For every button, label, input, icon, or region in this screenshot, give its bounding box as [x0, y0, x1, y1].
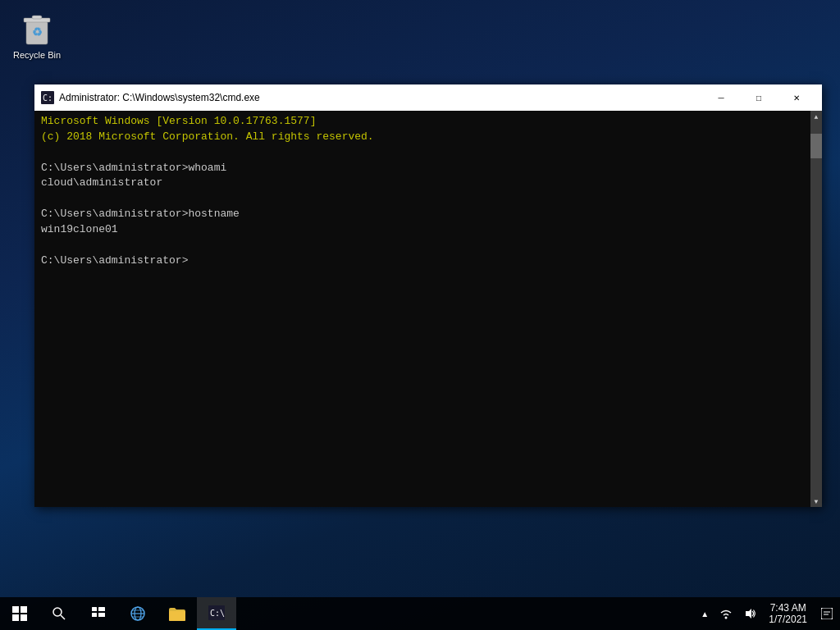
minimize-button[interactable]: ─ [702, 84, 740, 111]
svg-rect-9 [21, 614, 27, 621]
task-view-button[interactable] [79, 597, 118, 630]
ie-button[interactable] [118, 597, 158, 630]
network-icon-tray[interactable] [714, 597, 737, 630]
cmd-line: (c) 2018 Microsoft Corporation. All righ… [41, 130, 802, 145]
svg-line-11 [61, 615, 65, 619]
tray-chevron[interactable]: ▲ [696, 597, 713, 630]
svg-rect-2 [32, 16, 42, 19]
cmd-title-text: Administrator: C:\Windows\system32\cmd.e… [59, 92, 702, 103]
cmd-line [41, 145, 802, 161]
notification-icon [821, 608, 833, 619]
cmd-line: C:\Users\administrator>hostname [41, 207, 802, 222]
svg-rect-7 [21, 606, 27, 613]
svg-text:♻: ♻ [32, 25, 43, 39]
scroll-down-arrow[interactable]: ▼ [810, 495, 822, 507]
close-button[interactable]: ✕ [778, 84, 815, 111]
cmd-taskbar-button[interactable]: C:\ [197, 597, 236, 630]
svg-rect-8 [12, 614, 19, 621]
folder-icon [169, 606, 185, 621]
taskbar-clock[interactable]: 7:43 AM 1/7/2021 [762, 597, 814, 630]
svg-point-24 [725, 617, 728, 619]
svg-rect-12 [92, 607, 97, 611]
cmd-content: Microsoft Windows [Version 10.0.17763.15… [41, 114, 815, 268]
cmd-scrollbar[interactable]: ▲ ▼ [810, 111, 822, 507]
cmd-line: win19clone01 [41, 222, 802, 238]
cmd-titlebar-icon: C: [41, 91, 54, 104]
cmd-line: Microsoft Windows [Version 10.0.17763.15… [41, 114, 802, 130]
cmd-window: C: Administrator: C:\Windows\system32\cm… [34, 84, 822, 507]
svg-marker-25 [746, 609, 751, 619]
search-button[interactable] [39, 597, 79, 630]
recycle-bin-label: Recycle Bin [13, 49, 61, 61]
cmd-line [41, 238, 802, 253]
start-button[interactable] [0, 597, 39, 630]
recycle-bin-svg: ♻ [21, 10, 53, 46]
file-explorer-button[interactable] [158, 597, 197, 630]
recycle-bin-icon[interactable]: ♻ Recycle Bin [8, 7, 66, 64]
titlebar-buttons: ─ □ ✕ [702, 84, 815, 111]
search-icon [52, 607, 66, 620]
network-icon [719, 608, 733, 619]
scroll-up-arrow[interactable]: ▲ [810, 111, 822, 122]
svg-rect-15 [98, 613, 105, 617]
task-view-icon [92, 607, 105, 620]
ie-icon [130, 605, 146, 622]
cmd-line: cloud\administrator [41, 176, 802, 191]
system-tray: ▲ [696, 597, 762, 630]
cmd-line: C:\Users\administrator>whoami [41, 161, 802, 176]
svg-text:C:\: C:\ [210, 609, 225, 618]
cmd-line: C:\Users\administrator> [41, 253, 802, 269]
svg-point-10 [53, 608, 62, 616]
sound-icon [745, 608, 756, 619]
cmd-titlebar: C: Administrator: C:\Windows\system32\cm… [34, 84, 822, 111]
cmd-taskbar-icon: C:\ [208, 605, 225, 620]
clock-time: 7:43 AM [770, 602, 806, 614]
clock-date: 1/7/2021 [769, 614, 807, 625]
cmd-line [41, 191, 802, 207]
svg-rect-21 [169, 611, 185, 621]
svg-rect-14 [92, 613, 97, 617]
svg-rect-26 [821, 608, 833, 619]
svg-rect-13 [98, 607, 105, 611]
desktop: ♻ Recycle Bin C: Administrator: C:\Windo… [0, 0, 840, 597]
taskbar: C:\ ▲ 7:43 AM 1/7/2021 [0, 597, 840, 630]
windows-icon [12, 606, 27, 621]
svg-rect-6 [12, 606, 19, 613]
svg-text:C:: C: [43, 94, 52, 103]
sound-icon-tray[interactable] [739, 597, 762, 630]
maximize-button[interactable]: □ [740, 84, 778, 111]
cmd-body[interactable]: Microsoft Windows [Version 10.0.17763.15… [34, 111, 822, 507]
scroll-thumb[interactable] [810, 134, 822, 158]
notification-button[interactable] [814, 597, 840, 630]
